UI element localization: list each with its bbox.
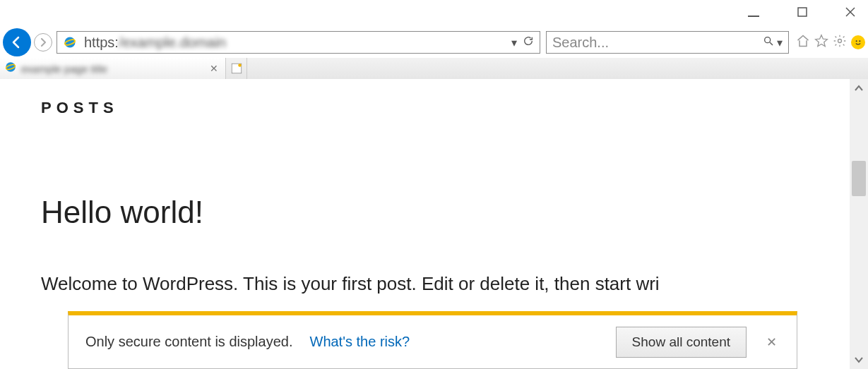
tab-title-obscured: example page title (21, 63, 203, 75)
refresh-icon[interactable] (523, 35, 534, 49)
forward-button (34, 33, 52, 52)
maximize-button[interactable] (797, 6, 807, 20)
search-placeholder: Search... (552, 35, 763, 51)
notification-message: Only secure content is displayed. (85, 334, 293, 350)
svg-point-10 (859, 40, 860, 42)
notification-close-button[interactable]: ✕ (763, 334, 780, 350)
address-bar[interactable]: https: /example.domain ▾ (57, 31, 540, 54)
security-notification-bar: Only secure content is displayed. What's… (68, 311, 797, 369)
back-button[interactable] (3, 28, 31, 56)
post-body: Welcome to WordPress. This is your first… (41, 270, 804, 299)
section-heading-posts: POSTS (41, 99, 847, 117)
tab-close-button[interactable]: ✕ (207, 63, 221, 74)
notification-risk-link[interactable]: What's the risk? (310, 334, 410, 350)
scroll-up-arrow-icon[interactable] (850, 79, 868, 97)
scroll-thumb[interactable] (852, 161, 866, 196)
toolbar: https: /example.domain ▾ Search... ▾ (0, 28, 868, 56)
vertical-scrollbar[interactable] (850, 79, 868, 369)
new-tab-button[interactable] (226, 58, 247, 79)
svg-point-6 (765, 37, 771, 43)
tab-favicon-ie-icon (4, 61, 17, 76)
svg-line-7 (770, 42, 773, 45)
favorites-icon[interactable] (814, 34, 828, 52)
url-obscured: /example.domain (119, 35, 226, 51)
url-scheme: https: (84, 35, 119, 51)
tab-bar: example page title ✕ (0, 58, 868, 79)
close-window-button[interactable] (845, 6, 855, 20)
scroll-down-arrow-icon[interactable] (850, 351, 868, 369)
svg-point-8 (838, 39, 842, 42)
search-dropdown-icon[interactable]: ▾ (777, 36, 783, 49)
minimize-button[interactable] (748, 6, 759, 20)
home-icon[interactable] (796, 34, 810, 52)
search-bar[interactable]: Search... ▾ (546, 31, 789, 54)
browser-tab[interactable]: example page title ✕ (0, 58, 226, 79)
scroll-track[interactable] (850, 97, 868, 351)
settings-gear-icon[interactable] (833, 34, 847, 52)
svg-rect-1 (798, 8, 807, 16)
search-icon[interactable] (763, 35, 774, 49)
svg-point-14 (238, 63, 242, 67)
feedback-smiley-icon[interactable] (851, 35, 865, 49)
show-all-content-button[interactable]: Show all content (616, 327, 747, 358)
svg-point-9 (856, 40, 857, 42)
ie-logo-icon (60, 32, 80, 52)
dropdown-icon[interactable]: ▾ (511, 36, 517, 49)
post-title[interactable]: Hello world! (41, 195, 847, 230)
